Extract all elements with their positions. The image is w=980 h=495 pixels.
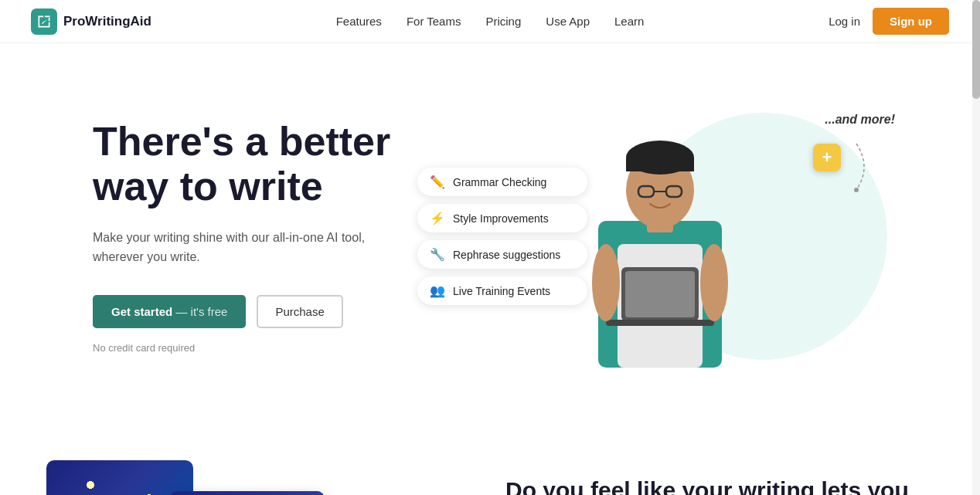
get-started-button[interactable]: Get started — it's free [93, 295, 246, 328]
svg-point-13 [700, 244, 728, 321]
svg-rect-11 [606, 320, 714, 326]
nav-actions: Log in Sign up [829, 8, 949, 35]
section2-title: Do you feel like your writing lets you d… [505, 476, 918, 495]
and-more-badge: ...and more! [825, 113, 895, 127]
svg-point-14 [854, 188, 859, 192]
svg-point-12 [592, 244, 620, 321]
nav-features[interactable]: Features [336, 15, 382, 28]
section-lower: My idea in my head Do you feel like your… [0, 429, 980, 495]
scrollbar-track[interactable] [972, 0, 980, 495]
illustration-area: My idea in my head [46, 460, 459, 495]
training-icon: 👥 [430, 283, 445, 298]
section-lower-right: Do you feel like your writing lets you d… [505, 460, 918, 495]
svg-rect-10 [625, 271, 695, 317]
svg-rect-5 [626, 158, 694, 171]
nav-use-app[interactable]: Use App [546, 15, 590, 28]
pill-rephrase: 🔧 Rephrase suggestions [417, 240, 587, 269]
feature-pills: ✏️ Grammar Checking ⚡ Style Improvements… [417, 168, 587, 305]
purchase-button[interactable]: Purchase [257, 295, 342, 328]
pill-grammar: ✏️ Grammar Checking [417, 168, 587, 196]
logo-svg [36, 14, 52, 29]
hero-note: No credit card required [93, 342, 402, 354]
starry-night-2 [170, 491, 325, 495]
pill-style: ⚡ Style Improvements [417, 204, 587, 232]
navbar: ProWritingAid Features For Teams Pricing… [0, 0, 980, 43]
login-button[interactable]: Log in [829, 15, 860, 28]
hero-section: There's a better way to write Make your … [0, 43, 980, 429]
scrollbar-thumb[interactable] [972, 0, 980, 99]
style-icon: ⚡ [430, 211, 445, 225]
hero-buttons: Get started — it's free Purchase [93, 295, 402, 328]
signup-button[interactable]: Sign up [873, 8, 949, 35]
brand-name: ProWritingAid [63, 14, 151, 29]
hero-right: ✏️ Grammar Checking ⚡ Style Improvements… [402, 90, 918, 383]
nav-learn[interactable]: Learn [614, 15, 644, 28]
hero-subtitle: Make your writing shine with our all-in-… [93, 228, 402, 267]
hero-title: There's a better way to write [93, 119, 402, 209]
grammar-icon: ✏️ [430, 175, 445, 189]
logo-icon [31, 8, 57, 35]
plus-badge: + [813, 144, 841, 171]
nav-for-teams[interactable]: For Teams [407, 15, 461, 28]
starry-night-1 [46, 460, 193, 495]
nav-links: Features For Teams Pricing Use App Learn [336, 15, 645, 28]
hero-left: There's a better way to write Make your … [93, 119, 402, 354]
logo-link[interactable]: ProWritingAid [31, 8, 151, 35]
nav-pricing[interactable]: Pricing [485, 15, 521, 28]
rephrase-icon: 🔧 [430, 247, 445, 262]
painting-card-2 [170, 491, 325, 495]
painting-card-1 [46, 460, 193, 495]
hero-illustration [575, 105, 745, 368]
person-svg [575, 105, 745, 368]
pill-training: 👥 Live Training Events [417, 276, 587, 305]
